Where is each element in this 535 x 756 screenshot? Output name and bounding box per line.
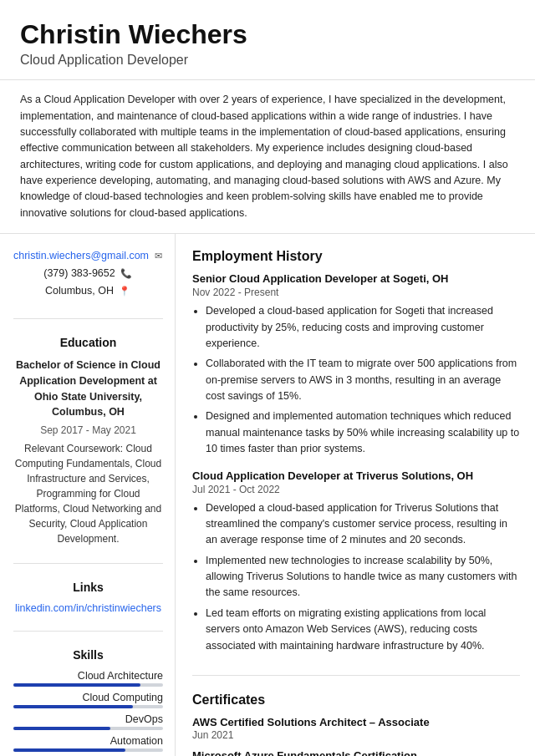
skill-bar-bg xyxy=(13,748,163,752)
job-bullet: Developed a cloud-based application for … xyxy=(206,303,520,352)
skill-bar-bg xyxy=(13,683,163,687)
coursework-text: Relevant Coursework: Cloud Computing Fun… xyxy=(13,441,163,546)
skill-label: Cloud Architecture xyxy=(13,670,163,682)
skill-bar-fill xyxy=(13,683,140,687)
employment-section: Employment History Senior Cloud Applicat… xyxy=(192,249,520,676)
certificates-section: Certificates AWS Certified Solutions Arc… xyxy=(192,693,520,756)
skill-item: Automation xyxy=(13,735,163,752)
cert-name: AWS Certified Solutions Architect – Asso… xyxy=(192,716,520,728)
job-bullet: Led team efforts on migrating existing a… xyxy=(206,606,520,654)
cert-name: Microsoft Azure Fundamentals Certificati… xyxy=(192,749,520,756)
candidate-title: Cloud Application Developer xyxy=(20,53,515,68)
job-bullet: Collaborated with the IT team to migrate… xyxy=(206,356,520,404)
job-block: Cloud Application Developer at Triverus … xyxy=(192,469,520,654)
summary-section: As a Cloud Application Developer with ov… xyxy=(0,80,535,234)
location-icon: 📍 xyxy=(118,284,131,297)
skill-item: DevOps xyxy=(13,713,163,730)
jobs-list: Senior Cloud Application Developer at So… xyxy=(192,272,520,654)
candidate-name: Christin Wiechers xyxy=(20,20,515,49)
cert-block: Microsoft Azure Fundamentals Certificati… xyxy=(192,749,520,756)
skill-bar-fill xyxy=(13,727,110,730)
job-bullets: Developed a cloud-based application for … xyxy=(192,303,520,457)
skill-item: Cloud Computing xyxy=(13,692,163,708)
location-text: Columbus, OH xyxy=(45,285,114,297)
left-column: christin.wiechers@gmail.com ✉ (379) 383-… xyxy=(0,234,176,756)
header-section: Christin Wiechers Cloud Application Deve… xyxy=(0,0,535,80)
skills-heading: Skills xyxy=(13,648,163,662)
edu-dates: Sep 2017 - May 2021 xyxy=(13,423,163,438)
skill-label: Cloud Computing xyxy=(13,692,163,703)
coursework-label: Relevant Coursework: xyxy=(24,443,123,454)
links-heading: Links xyxy=(13,581,163,594)
cert-block: AWS Certified Solutions Architect – Asso… xyxy=(192,716,520,741)
skill-item: Cloud Architecture xyxy=(13,670,163,687)
summary-text: As a Cloud Application Developer with ov… xyxy=(20,94,508,219)
phone-icon: 📞 xyxy=(120,266,133,280)
certificates-heading: Certificates xyxy=(192,693,520,708)
job-dates: Jul 2021 - Oct 2022 xyxy=(192,484,520,495)
job-bullets: Developed a cloud-based application for … xyxy=(192,500,520,654)
job-title: Senior Cloud Application Developer at So… xyxy=(192,272,520,285)
skill-bar-fill xyxy=(13,748,125,752)
resume-page: Christin Wiechers Cloud Application Deve… xyxy=(0,0,535,756)
email-icon: ✉ xyxy=(153,249,163,262)
skills-section: Skills Cloud Architecture Cloud Computin… xyxy=(13,648,163,756)
linkedin-link[interactable]: linkedin.com/in/christinwiechers xyxy=(13,602,163,614)
skill-label: DevOps xyxy=(13,713,163,725)
degree-text: Bachelor of Science in Cloud Application… xyxy=(13,358,163,420)
skill-bar-fill xyxy=(13,705,133,708)
email-item: christin.wiechers@gmail.com ✉ xyxy=(13,249,163,262)
phone-text: (379) 383-9652 xyxy=(43,267,115,279)
cert-date: Jun 2021 xyxy=(192,729,520,741)
job-title: Cloud Application Developer at Triverus … xyxy=(192,469,520,482)
phone-item: (379) 383-9652 📞 xyxy=(13,266,163,280)
job-bullet: Designed and implemented automation tech… xyxy=(206,408,520,457)
coursework-content: Cloud Computing Fundamentals, Cloud Infr… xyxy=(15,443,161,545)
education-section: Education Bachelor of Science in Cloud A… xyxy=(13,336,163,564)
job-dates: Nov 2022 - Present xyxy=(192,287,520,298)
skills-list: Cloud Architecture Cloud Computing DevOp… xyxy=(13,670,163,756)
skill-bar-bg xyxy=(13,705,163,708)
main-columns: christin.wiechers@gmail.com ✉ (379) 383-… xyxy=(0,234,535,756)
location-item: Columbus, OH 📍 xyxy=(13,284,163,297)
employment-heading: Employment History xyxy=(192,249,520,264)
skill-label: Automation xyxy=(13,735,163,747)
skill-bar-bg xyxy=(13,727,163,730)
contact-section: christin.wiechers@gmail.com ✉ (379) 383-… xyxy=(13,249,163,319)
job-bullet: Implemented new technologies to increase… xyxy=(206,553,520,601)
links-section: Links linkedin.com/in/christinwiechers xyxy=(13,581,163,632)
education-block: Bachelor of Science in Cloud Application… xyxy=(13,358,163,546)
job-bullet: Developed a cloud-based application for … xyxy=(206,500,520,549)
education-heading: Education xyxy=(13,336,163,349)
certs-list: AWS Certified Solutions Architect – Asso… xyxy=(192,716,520,756)
right-column: Employment History Senior Cloud Applicat… xyxy=(176,234,535,756)
job-block: Senior Cloud Application Developer at So… xyxy=(192,272,520,457)
email-link[interactable]: christin.wiechers@gmail.com xyxy=(13,250,149,261)
